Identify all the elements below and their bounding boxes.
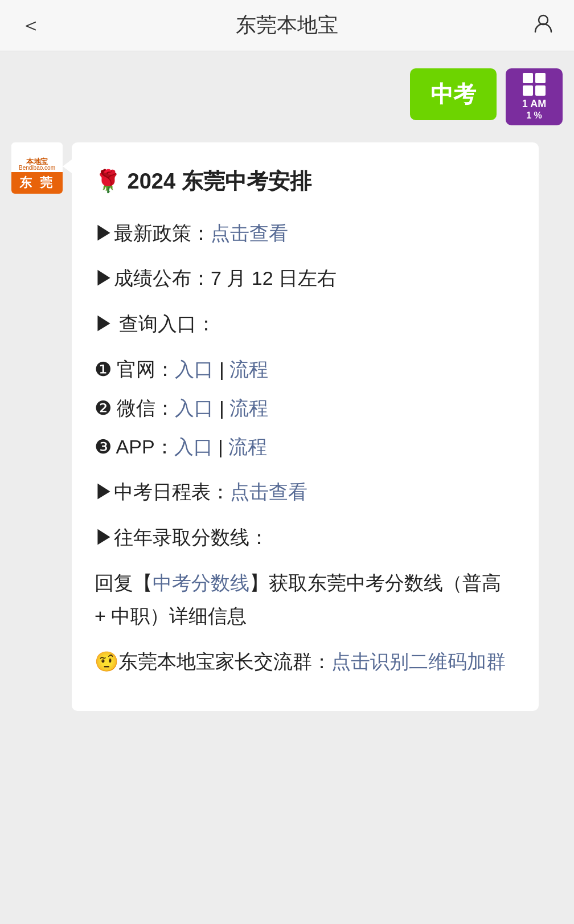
query-entry-prefix: ▶ 查询入口： <box>95 313 216 334</box>
entry2-link2[interactable]: 流程 <box>229 397 268 419</box>
latest-policy-line: ▶最新政策：点击查看 <box>95 217 516 250</box>
chat-area: 中考 1 AM 1 % 本地宝 Bendibao.com 东 莞 � <box>0 51 574 745</box>
latest-policy-prefix: ▶最新政策： <box>95 222 211 244</box>
entry3-link1[interactable]: 入口 <box>174 436 213 457</box>
bubble-title: 🌹 2024 东莞中考安排 <box>95 163 516 200</box>
entry1-sep: | <box>214 358 229 380</box>
score-publish-date: 7 月 12 日左右 <box>211 267 337 289</box>
header: ＜ 东莞本地宝 <box>0 0 574 51</box>
entry2-link1[interactable]: 入口 <box>175 397 214 419</box>
entry3-sep: | <box>213 436 229 457</box>
avatar-city: 东 莞 <box>19 175 55 190</box>
entry3-link2[interactable]: 流程 <box>228 436 267 457</box>
entry-list: ❶ 官网：入口 | 流程 ❷ 微信：入口 | 流程 ❸ APP：入口 | 流程 <box>95 353 516 463</box>
windows-grid <box>523 73 546 96</box>
bot-avatar: 本地宝 Bendibao.com 东 莞 <box>11 142 63 194</box>
entry1-text: 官网： <box>117 358 175 380</box>
reply-instruction-line: 回复【中考分数线】获取东莞中考分数线（普高 + 中职）详细信息 <box>95 567 516 633</box>
entry1-link2[interactable]: 流程 <box>229 358 268 380</box>
query-entry-header: ▶ 查询入口： <box>95 308 516 341</box>
tag-am-label: 1 AM <box>522 98 546 111</box>
entry1-link1[interactable]: 入口 <box>175 358 214 380</box>
history-score-line: ▶往年录取分数线： <box>95 521 516 554</box>
group-prefix: 🤨东莞本地宝家长交流群： <box>95 651 331 672</box>
header-title: 东莞本地宝 <box>236 11 338 39</box>
tag-percent-label: 1 % <box>526 110 542 121</box>
tag-buttons-row: 中考 1 AM 1 % <box>11 68 563 125</box>
avatar-site: Bendibao.com <box>19 165 55 171</box>
svg-point-0 <box>539 15 548 24</box>
entry2-text: 微信： <box>117 397 175 419</box>
score-publish-prefix: ▶成绩公布： <box>95 267 211 289</box>
message-bubble: 🌹 2024 东莞中考安排 ▶最新政策：点击查看 ▶成绩公布：7 月 12 日左… <box>72 142 539 711</box>
back-button[interactable]: ＜ <box>20 11 41 39</box>
entry-item-1: ❶ 官网：入口 | 流程 <box>95 353 516 386</box>
score-publish-line: ▶成绩公布：7 月 12 日左右 <box>95 262 516 295</box>
schedule-line: ▶中考日程表：点击查看 <box>95 476 516 509</box>
latest-policy-link[interactable]: 点击查看 <box>211 222 288 244</box>
entry1-num: ❶ <box>95 358 112 380</box>
entry-item-2: ❷ 微信：入口 | 流程 <box>95 392 516 425</box>
zhongkao-tag-button[interactable]: 中考 <box>410 68 497 120</box>
entry3-num: ❸ <box>95 436 112 457</box>
schedule-prefix: ▶中考日程表： <box>95 481 230 502</box>
schedule-link[interactable]: 点击查看 <box>230 481 308 502</box>
entry3-text: APP： <box>116 436 174 457</box>
entry2-num: ❷ <box>95 397 112 419</box>
entry2-sep: | <box>214 397 229 419</box>
history-score-prefix: ▶往年录取分数线： <box>95 526 269 548</box>
group-qr-link[interactable]: 点击识别二维码加群 <box>331 651 506 672</box>
user-icon[interactable] <box>533 13 554 38</box>
group-join-line: 🤨东莞本地宝家长交流群：点击识别二维码加群 <box>95 645 516 678</box>
entry-item-3: ❸ APP：入口 | 流程 <box>95 431 516 464</box>
score-keyword-link[interactable]: 中考分数线 <box>153 572 249 594</box>
windows-tag-button[interactable]: 1 AM 1 % <box>506 68 563 125</box>
bot-message-row: 本地宝 Bendibao.com 东 莞 🌹 2024 东莞中考安排 ▶最新政策… <box>11 142 563 711</box>
